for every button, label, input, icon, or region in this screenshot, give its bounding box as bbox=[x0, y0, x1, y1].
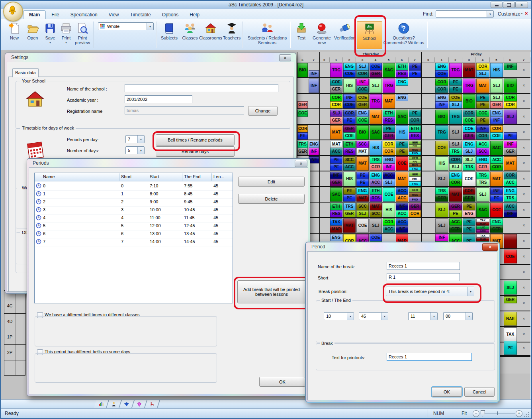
timetable-cell[interactable]: GERRUSFNG bbox=[409, 187, 421, 202]
row-delete-x-mark[interactable]: × bbox=[517, 218, 530, 233]
timetable-cell[interactable]: ETHRES bbox=[396, 63, 408, 77]
timetable-cell[interactable]: CORACC bbox=[504, 172, 517, 186]
timetable-cell[interactable]: SLJCOR bbox=[356, 63, 369, 77]
number-of-days-select[interactable]: 5▼ bbox=[125, 146, 145, 154]
timetable-cell[interactable]: ENGTRS bbox=[504, 187, 517, 202]
timetable-cell[interactable]: PEPE bbox=[449, 79, 462, 93]
period-close-icon[interactable]: × bbox=[482, 243, 498, 251]
timetable-cell[interactable]: ENGCOE bbox=[356, 110, 369, 124]
add-break-button[interactable]: Add break that will be printed between l… bbox=[237, 280, 306, 303]
timetable-cell[interactable]: COE bbox=[383, 187, 395, 202]
timetable-cell[interactable]: ACCSLJ bbox=[383, 172, 395, 186]
timetable-cell[interactable]: COE bbox=[356, 218, 369, 233]
period-dialog-title[interactable]: Period bbox=[311, 244, 325, 250]
column-header-short[interactable]: Short bbox=[121, 174, 131, 179]
timetable-cell[interactable]: PECOR bbox=[409, 110, 421, 124]
periods-close-icon[interactable]: × bbox=[295, 160, 307, 167]
timetable-cell[interactable]: ETHRES bbox=[409, 125, 421, 140]
timetable-cell[interactable]: TRSGER bbox=[343, 203, 356, 217]
timetable-cell[interactable]: HIS bbox=[343, 172, 356, 186]
timetable-cell[interactable]: TRG bbox=[330, 63, 342, 77]
timetable-cell[interactable]: SLJ bbox=[504, 281, 517, 295]
resize-grip[interactable] bbox=[524, 411, 530, 417]
break-position-select[interactable]: This break is before period nr 4:▼ bbox=[386, 287, 474, 296]
row-delete-x-mark[interactable]: × bbox=[517, 234, 530, 248]
timetable-cell[interactable]: MATACC bbox=[330, 141, 342, 155]
timetable-cell[interactable]: TRSTRS bbox=[476, 172, 489, 186]
period-row[interactable]: 3310:0010:4545 bbox=[35, 206, 233, 214]
timetable-cell[interactable]: ENGCOE bbox=[343, 63, 356, 77]
column-header-end[interactable]: The End bbox=[184, 174, 201, 179]
timetable-cell[interactable]: SAC bbox=[476, 203, 489, 217]
timetable-cell[interactable]: PEPE bbox=[343, 187, 356, 202]
timetable-cell[interactable]: CORCOR bbox=[383, 141, 395, 155]
timetable-cell[interactable]: COE bbox=[297, 110, 308, 117]
timetable-cell[interactable]: COESLJ bbox=[449, 94, 462, 108]
timetable-cell[interactable]: HIS bbox=[396, 125, 408, 140]
timetable-cell[interactable]: SAC bbox=[383, 63, 395, 77]
timetable-cell[interactable]: ENGINF bbox=[309, 141, 319, 155]
timetable-cell[interactable]: ENGINF bbox=[383, 156, 395, 171]
timetable-cell[interactable]: PEPE bbox=[330, 156, 342, 171]
settings-close-icon[interactable]: × bbox=[279, 54, 291, 61]
timetable-cell[interactable]: GERFRIRUSFNG bbox=[409, 141, 421, 155]
end-hour-select[interactable]: 11▼ bbox=[408, 312, 438, 320]
timetable-cell[interactable]: HIS bbox=[343, 79, 356, 93]
timetable-cell[interactable]: GERCOE bbox=[343, 125, 356, 140]
edit-button[interactable]: Edit bbox=[238, 177, 305, 187]
timetable-cell[interactable]: MAT bbox=[383, 94, 395, 108]
row-delete-x-mark[interactable]: × bbox=[517, 296, 530, 311]
row-delete-x-mark[interactable]: × bbox=[517, 187, 530, 202]
bell-times-button[interactable]: Bell times / Rename periods bbox=[156, 134, 235, 146]
row-delete-x-mark[interactable]: × bbox=[517, 340, 530, 355]
timetable-cell[interactable]: BIO bbox=[435, 110, 448, 124]
zoom-in-button[interactable]: + bbox=[516, 410, 522, 417]
row-delete-x-mark[interactable]: × bbox=[517, 265, 530, 279]
timetable-cell[interactable]: PEPE bbox=[409, 63, 421, 77]
timetable-cell[interactable]: SLJTRS bbox=[449, 141, 462, 155]
timetable-cell[interactable]: TRSGER bbox=[297, 141, 308, 155]
timetable-cell[interactable]: GER bbox=[504, 296, 517, 303]
timetable-cell[interactable]: ENGCOE bbox=[435, 63, 448, 77]
row-delete-x-mark[interactable]: × bbox=[517, 109, 530, 124]
timetable-cell[interactable]: ENGGER bbox=[476, 156, 489, 171]
timetable-cell[interactable]: MAT bbox=[356, 156, 369, 171]
timetable-cell[interactable]: MAT bbox=[343, 218, 356, 233]
timetable-cell[interactable]: ENG bbox=[396, 79, 408, 86]
zoom-out-button[interactable]: − bbox=[473, 410, 479, 417]
timetable-cell[interactable]: COE bbox=[396, 156, 408, 171]
timetable-cell[interactable]: SCCACC bbox=[343, 156, 356, 171]
timetable-cell[interactable]: MAT bbox=[396, 172, 408, 186]
timetable-cell[interactable]: TRG bbox=[383, 79, 395, 93]
timetable-cell[interactable]: INF bbox=[309, 70, 319, 77]
timetable-cell[interactable]: TRG bbox=[449, 63, 462, 77]
timetable-cell[interactable]: SCCSLJ bbox=[356, 203, 369, 217]
timetable-cell[interactable]: MAT bbox=[463, 63, 475, 77]
timetable-cell[interactable]: HIS bbox=[383, 203, 395, 217]
timetable-cell[interactable]: COEGER bbox=[370, 63, 382, 77]
period-cancel-button[interactable]: Cancel bbox=[464, 387, 495, 397]
zoom-slider-track[interactable] bbox=[481, 413, 515, 413]
periods-dialog-title[interactable]: Periods bbox=[33, 160, 49, 166]
timetable-cell[interactable]: SCCMAT bbox=[356, 141, 369, 155]
period-row[interactable]: 4411:0011:4545 bbox=[35, 214, 233, 222]
printout-text-input[interactable]: Recces 1 bbox=[387, 353, 472, 361]
timetable-cell[interactable]: CORGER bbox=[463, 187, 475, 202]
row-delete-x-mark[interactable]: × bbox=[517, 249, 530, 264]
timetable-cell[interactable]: INF bbox=[504, 63, 517, 70]
timetable-cell[interactable]: COEGER bbox=[463, 125, 475, 140]
timetable-cell[interactable]: SLJ bbox=[435, 203, 448, 217]
timetable-cell[interactable]: GERCOR bbox=[409, 203, 421, 217]
timetable-cell[interactable]: INFCOE bbox=[356, 79, 369, 93]
delete-button[interactable]: Delete bbox=[238, 194, 305, 204]
class-row-label[interactable]: 4C bbox=[4, 298, 16, 313]
timetable-cell[interactable]: HIS bbox=[490, 63, 503, 77]
timetable-cell[interactable]: BIO bbox=[463, 94, 475, 108]
timetable-cell[interactable]: MAT bbox=[370, 110, 382, 124]
settings-dialog-title[interactable]: Settings bbox=[11, 55, 28, 60]
periods-ok-button[interactable]: OK bbox=[259, 377, 305, 387]
row-delete-x-mark[interactable]: × bbox=[517, 156, 530, 171]
view-tab-chair-tab[interactable] bbox=[145, 400, 160, 408]
timetable-cell[interactable]: MAT bbox=[504, 156, 517, 171]
timetable-cell[interactable]: CORCOR bbox=[330, 94, 342, 108]
